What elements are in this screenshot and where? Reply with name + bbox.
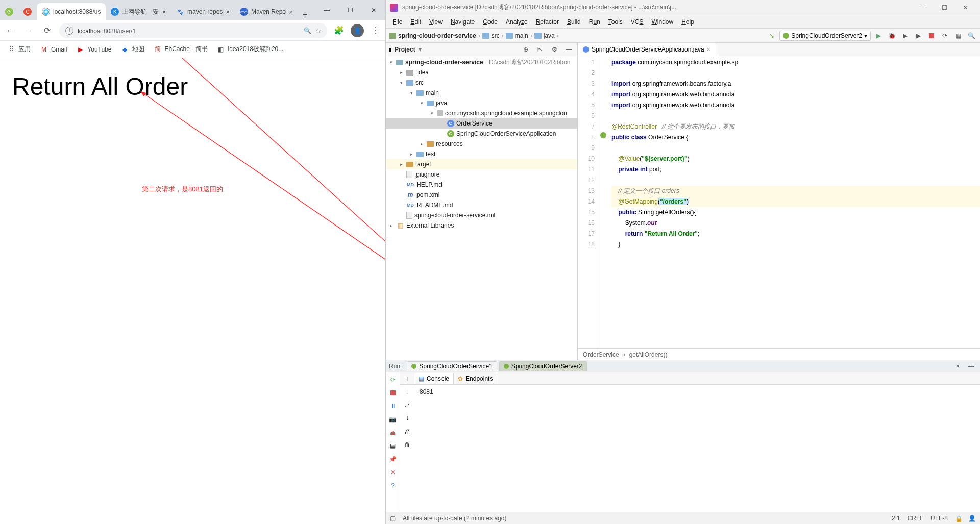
tree-item[interactable]: ▾main: [386, 88, 577, 98]
code-area[interactable]: package com.mycsdn.springcloud.example.s…: [608, 56, 980, 348]
close-icon[interactable]: ✕: [388, 467, 398, 478]
inspection-icon[interactable]: 👤: [968, 515, 976, 522]
menu-view[interactable]: View: [426, 17, 446, 27]
stop-icon[interactable]: [388, 388, 398, 398]
tree-external-libs[interactable]: ▸▥External Libraries: [386, 220, 577, 231]
clear-icon[interactable]: 🗑: [402, 440, 412, 450]
line-separator[interactable]: CRLF: [908, 515, 923, 522]
close-tab-icon[interactable]: ×: [226, 8, 230, 16]
up-icon[interactable]: ↑: [402, 373, 412, 384]
target-icon[interactable]: ⊕: [520, 44, 531, 55]
pin-icon[interactable]: 📌: [388, 454, 398, 464]
hide-icon[interactable]: —: [563, 44, 574, 55]
close-icon[interactable]: ✕: [362, 0, 385, 20]
layout-icon[interactable]: ▤: [388, 441, 398, 451]
breadcrumb-item[interactable]: getAllOrders(): [629, 351, 668, 358]
back-button[interactable]: ←: [4, 24, 16, 37]
breadcrumb-item[interactable]: OrderService: [583, 351, 619, 358]
menu-window[interactable]: Window: [648, 17, 677, 27]
bookmark-item[interactable]: ▶YouTube: [76, 45, 111, 54]
tree-item[interactable]: ▸.idea: [386, 67, 577, 78]
tree-item[interactable]: spring-cloud-order-service.iml: [386, 210, 577, 220]
menu-tools[interactable]: Tools: [605, 17, 626, 27]
extensions-icon[interactable]: 🧩: [333, 25, 345, 36]
browser-tab-active[interactable]: 🌐localhost:8088/us: [37, 3, 106, 20]
search-icon[interactable]: 🔍: [966, 30, 977, 41]
tree-item[interactable]: ▸test: [386, 149, 577, 159]
tree-item-selected[interactable]: COrderService: [386, 118, 577, 129]
run-config-tab-active[interactable]: SpringCloudOrderServer2: [499, 361, 587, 371]
browser-tab[interactable]: K上网导航—安×: [106, 3, 171, 20]
breadcrumb[interactable]: src: [482, 32, 500, 39]
run-config-tab[interactable]: SpringCloudOrderService1: [407, 361, 497, 371]
bookmark-item[interactable]: 简EhCache - 简书: [154, 45, 208, 54]
run-button[interactable]: ▶: [873, 30, 884, 41]
close-tab-icon[interactable]: ×: [162, 8, 166, 16]
maximize-icon[interactable]: ☐: [338, 0, 362, 20]
menu-refactor[interactable]: Refactor: [532, 17, 562, 27]
gear-icon[interactable]: ⚙: [549, 44, 560, 55]
close-icon[interactable]: ✕: [955, 2, 976, 14]
close-tab-icon[interactable]: ×: [289, 8, 293, 16]
search-icon[interactable]: 🔍: [304, 27, 311, 34]
address-bar[interactable]: i localhost:8088/user/1 🔍 ☆: [59, 23, 327, 38]
vcs-update-icon[interactable]: ⟳: [939, 30, 950, 41]
lock-icon[interactable]: 🔒: [955, 515, 961, 521]
tree-item[interactable]: MDHELP.md: [386, 180, 577, 190]
tree-item[interactable]: .gitignore: [386, 169, 577, 180]
tree-item[interactable]: ▾com.mycsdn.springcloud.example.springcl…: [386, 108, 577, 118]
sync-icon[interactable]: ↘: [766, 30, 777, 41]
rerun-icon[interactable]: ⟳: [388, 375, 398, 385]
menu-file[interactable]: File: [389, 17, 406, 27]
wrap-icon[interactable]: ⇌: [402, 400, 412, 410]
reload-button[interactable]: ⟳: [41, 24, 53, 37]
browser-tab[interactable]: mvnMaven Repo×: [235, 3, 298, 20]
apps-button[interactable]: ⠿应用: [7, 45, 31, 54]
tree-item[interactable]: MDREADME.md: [386, 200, 577, 210]
tree-item[interactable]: ▾java: [386, 98, 577, 108]
structure-icon[interactable]: ▦: [952, 30, 964, 41]
close-tab-icon[interactable]: ×: [707, 46, 710, 53]
bookmark-item[interactable]: ◧idea2018破解到20...: [217, 45, 284, 54]
run-config-selector[interactable]: SpringCloudOrderServer2▾: [779, 31, 871, 41]
print-icon[interactable]: 🖨: [402, 427, 412, 437]
help-icon[interactable]: ?: [388, 481, 398, 491]
stop-button[interactable]: [926, 30, 937, 41]
menu-vcs[interactable]: VCS: [627, 17, 647, 27]
profile-avatar[interactable]: 👤: [351, 24, 364, 37]
browser-tab[interactable]: C: [18, 3, 37, 20]
breadcrumb[interactable]: java: [534, 32, 555, 39]
endpoints-tab[interactable]: ✿Endpoints: [454, 373, 497, 384]
hide-icon[interactable]: —: [966, 361, 977, 372]
site-info-icon[interactable]: i: [65, 27, 74, 35]
spring-gutter-icon[interactable]: [600, 132, 606, 138]
coverage-button[interactable]: ▶: [899, 30, 911, 41]
bookmark-icon[interactable]: ☆: [315, 27, 321, 34]
console-output[interactable]: 8081: [414, 385, 980, 512]
cursor-position[interactable]: 2:1: [892, 515, 900, 522]
tree-item[interactable]: mpom.xml: [386, 190, 577, 200]
breadcrumb[interactable]: spring-cloud-order-service: [389, 32, 476, 39]
gear-icon[interactable]: ✴: [952, 361, 964, 372]
menu-build[interactable]: Build: [564, 17, 584, 27]
menu-edit[interactable]: Edit: [407, 17, 425, 27]
tree-item[interactable]: CSpringCloudOrderServiceApplication: [386, 129, 577, 139]
profile-button[interactable]: ▶: [913, 30, 924, 41]
dump-icon[interactable]: 📷: [388, 414, 398, 425]
menu-analyze[interactable]: Analyze: [502, 17, 531, 27]
menu-run[interactable]: Run: [585, 17, 604, 27]
pause-icon[interactable]: ⏸: [388, 401, 398, 411]
tree-item[interactable]: ▸resources: [386, 139, 577, 149]
project-tree[interactable]: ▾spring-cloud-order-service D:\csdn博客\20…: [386, 56, 577, 360]
scroll-icon[interactable]: ⤓: [402, 413, 412, 423]
menu-icon[interactable]: ⋮: [370, 25, 381, 36]
minimize-icon[interactable]: —: [913, 2, 933, 14]
tree-root[interactable]: ▾spring-cloud-order-service D:\csdn博客\20…: [386, 57, 577, 67]
breadcrumb[interactable]: main: [506, 32, 528, 39]
debug-button[interactable]: 🐞: [886, 30, 897, 41]
browser-tab[interactable]: 🐾maven repos×: [171, 3, 235, 20]
file-encoding[interactable]: UTF-8: [930, 515, 948, 522]
bookmark-item[interactable]: ◆地图: [121, 45, 144, 54]
new-tab-button[interactable]: +: [298, 10, 312, 20]
tree-item[interactable]: ▸target: [386, 159, 577, 169]
